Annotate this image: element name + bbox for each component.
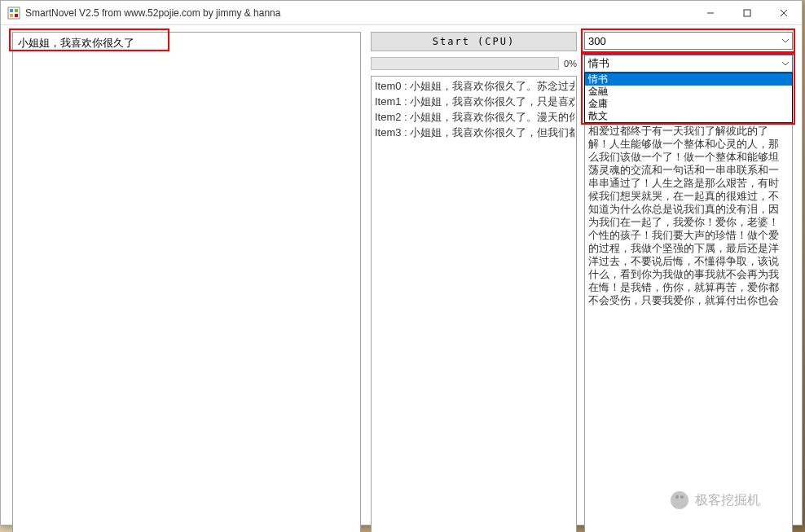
chevron-down-icon	[779, 33, 792, 49]
list-item[interactable]: Item0 : 小姐姐，我喜欢你很久了。苏念过去	[373, 78, 574, 94]
dropdown-option[interactable]: 散文	[585, 110, 792, 122]
type-value: 情书	[588, 56, 609, 71]
list-item[interactable]: Item1 : 小姐姐，我喜欢你很久了，只是喜欢	[373, 94, 574, 109]
type-dropdown-list[interactable]: 情书 金融 金庸 散文	[584, 73, 793, 123]
progress-row: 0%	[371, 56, 577, 71]
client-area: Start (CPU) 0% Item0 : 小姐姐，我喜欢你很久了。苏念过去 …	[1, 25, 802, 525]
window-controls	[692, 1, 802, 24]
prompt-input[interactable]	[13, 33, 360, 532]
close-button[interactable]	[765, 1, 802, 25]
length-combobox[interactable]: 300	[584, 32, 793, 50]
svg-rect-4	[15, 14, 18, 17]
dropdown-option[interactable]: 金融	[585, 86, 792, 98]
length-value: 300	[588, 35, 606, 47]
dropdown-option[interactable]: 金庸	[585, 98, 792, 110]
output-textarea[interactable]: 相爱过都终于有一天我们了解彼此的了解！人生能够做一个整体和心灵的人，那么我们该做…	[584, 76, 793, 532]
app-icon	[7, 7, 20, 20]
window-title: SmartNovel V2.5 from www.52pojie.com by …	[25, 7, 692, 19]
wechat-icon	[671, 491, 688, 509]
chevron-down-icon	[779, 55, 792, 72]
svg-rect-3	[10, 14, 13, 17]
maximize-button[interactable]	[728, 1, 765, 25]
list-item[interactable]: Item3 : 小姐姐，我喜欢你很久了，但我们都	[373, 125, 574, 140]
svg-rect-1	[10, 9, 13, 12]
output-content: 相爱过都终于有一天我们了解彼此的了解！人生能够做一个整体和心灵的人，那么我们该做…	[588, 125, 789, 307]
svg-rect-2	[15, 9, 18, 12]
prompt-input-container	[12, 32, 361, 532]
dropdown-option[interactable]: 情书	[585, 73, 792, 86]
app-window: SmartNovel V2.5 from www.52pojie.com by …	[0, 0, 803, 525]
results-list[interactable]: Item0 : 小姐姐，我喜欢你很久了。苏念过去 Item1 : 小姐姐，我喜欢…	[371, 76, 577, 532]
progress-percent: 0%	[564, 59, 577, 68]
svg-rect-6	[744, 10, 750, 16]
list-item[interactable]: Item2 : 小姐姐，我喜欢你很久了。漫天的你	[373, 109, 574, 125]
type-combobox[interactable]: 情书	[584, 55, 793, 73]
watermark-text: 极客挖掘机	[695, 492, 760, 509]
watermark: 极客挖掘机	[671, 491, 760, 509]
titlebar[interactable]: SmartNovel V2.5 from www.52pojie.com by …	[1, 1, 802, 25]
start-button[interactable]: Start (CPU)	[371, 32, 577, 51]
progress-bar	[371, 57, 559, 70]
minimize-button[interactable]	[692, 1, 728, 25]
